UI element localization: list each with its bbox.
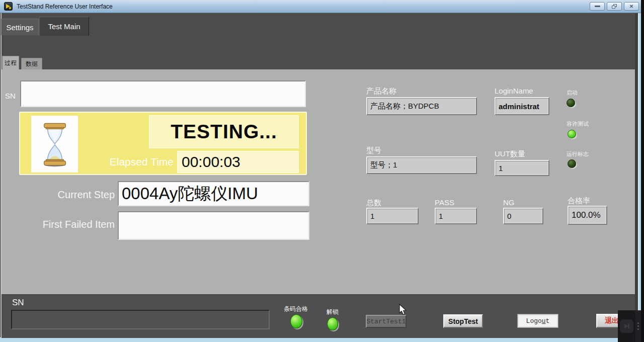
- hourglass-box: [31, 116, 78, 173]
- ng-value: 0: [503, 208, 543, 224]
- barcode-ok-led-label: 条码合格: [284, 305, 308, 313]
- barcode-ok-led: [290, 314, 302, 328]
- unlock-led: [327, 317, 338, 330]
- window-title: TestStand Reference User Interface: [17, 3, 113, 10]
- elapsed-time-value: 00:00:03: [177, 151, 299, 173]
- hourglass-icon: [40, 120, 69, 168]
- pass-rate-label: 合格率: [568, 196, 590, 206]
- pass-rate-value: 100.0%: [568, 206, 607, 225]
- pass-label: PASS: [435, 198, 454, 207]
- overlay-widget-body[interactable]: [618, 310, 635, 342]
- skip-next-icon[interactable]: [620, 319, 633, 333]
- first-failed-item-value: [118, 211, 309, 240]
- first-failed-item-label: First Failed Item: [21, 219, 115, 230]
- teststand-app-icon: [4, 2, 13, 11]
- sn-input[interactable]: [20, 80, 306, 107]
- current-step-value: 0004Ay陀螺仪IMU: [118, 181, 309, 206]
- bottom-sn-input[interactable]: [11, 310, 270, 329]
- current-step-label: Current Step: [40, 189, 115, 201]
- close-button[interactable]: ✕: [624, 2, 639, 11]
- tab-test-main-label: Test Main: [48, 22, 80, 31]
- model-value: 型号；1: [366, 156, 477, 174]
- login-name-label: LoginName: [495, 87, 533, 95]
- subtab-process[interactable]: 过程: [2, 56, 19, 69]
- tab-test-main[interactable]: Test Main: [39, 17, 89, 36]
- unlock-led-label: 解锁: [327, 308, 339, 316]
- exit-button-label: 退出: [605, 316, 619, 325]
- sn-label: SN: [5, 92, 16, 100]
- testing-indicator: TESTING...: [149, 115, 299, 148]
- run-flag-led: [568, 159, 576, 168]
- minimize-button[interactable]: [590, 2, 605, 11]
- stop-test-button[interactable]: StopTest: [443, 314, 483, 328]
- model-label: 型号: [366, 146, 381, 155]
- teststand-window: TestStand Reference User Interface ✕ Set…: [0, 0, 644, 342]
- restore-button[interactable]: [607, 2, 622, 11]
- minimize-icon: [595, 6, 600, 7]
- logout-button-label: Logo: [526, 317, 542, 325]
- bottom-sn-label: SN: [12, 298, 24, 308]
- total-value: 1: [366, 208, 419, 224]
- total-label: 总数: [366, 198, 381, 208]
- product-name-value: 产品名称；BYDPCB: [366, 97, 477, 115]
- allow-test-led-label: 容许测试: [567, 120, 589, 128]
- run-flag-led-label: 运行标志: [567, 150, 589, 158]
- product-name-label: 产品名称: [366, 87, 396, 96]
- stop-test-button-label: StopTest: [448, 317, 478, 325]
- tab-settings-label: Settings: [6, 23, 33, 32]
- start-led-label: 启动: [567, 89, 578, 97]
- logout-button[interactable]: Logout: [517, 314, 558, 328]
- login-name-value: administrat: [495, 97, 549, 115]
- subtab-process-label: 过程: [5, 59, 17, 67]
- window-border-bottom: [0, 338, 641, 342]
- title-bar[interactable]: TestStand Reference User Interface ✕: [0, 0, 644, 13]
- subtab-data-label: 数据: [26, 60, 38, 68]
- uut-count-value: 1: [495, 160, 549, 176]
- subtab-data[interactable]: 数据: [21, 58, 42, 69]
- start-led: [567, 99, 575, 107]
- desktop-edge: [641, 0, 644, 342]
- elapsed-time-label: Elapsed Time: [90, 156, 174, 168]
- allow-test-led: [568, 130, 576, 138]
- tab-band: [2, 13, 635, 69]
- tab-settings[interactable]: Settings: [1, 19, 39, 35]
- ng-label: NG: [503, 198, 515, 207]
- start-test-button-label: StartTest1: [367, 318, 406, 325]
- overlay-drag-handle[interactable]: [635, 310, 641, 342]
- restore-icon: [612, 4, 617, 9]
- pass-value: 1: [435, 208, 477, 224]
- uut-count-label: UUT数量: [495, 149, 525, 159]
- start-test-button: StartTest1: [366, 315, 407, 328]
- overlay-widget[interactable]: [618, 310, 641, 342]
- close-icon: ✕: [629, 4, 633, 9]
